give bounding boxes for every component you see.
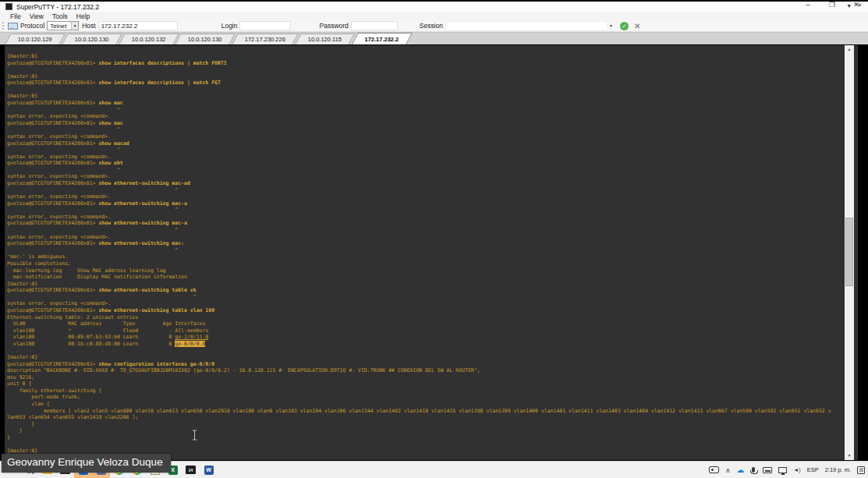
protocol-value: Telnet: [50, 23, 66, 30]
login-label: Login: [221, 22, 238, 30]
word-taskbar-button[interactable]: W: [200, 462, 218, 478]
screen-capture-icon[interactable]: [709, 466, 719, 473]
console-taskbar-button[interactable]: 24: [182, 462, 200, 478]
volume-icon[interactable]: ◄): [793, 467, 800, 473]
watermark-name: Geovanny Enrique Veloza Duque: [2, 454, 171, 473]
tab-label: 172.17.230.226: [245, 36, 285, 43]
quick-connect-toolbar: Protocol Telnet ▼ Host 172.17.232.2 Logi…: [0, 20, 868, 32]
action-center-icon[interactable]: [857, 466, 865, 474]
terminal-output[interactable]: {master:0} gveloza@GTCGTUFINETEX4200x01>…: [7, 53, 831, 462]
host-label: Host: [82, 22, 95, 30]
mouse-cursor-ibeam: [191, 430, 198, 441]
session-content-area: {master:0} gveloza@GTCGTUFINETEX4200x01>…: [0, 44, 868, 461]
system-tray: ∧ ☁ ◄) ESP 2:19 p. m.: [709, 462, 865, 478]
tab-label: 10.0.120.129: [18, 36, 52, 43]
scrollbar-down-arrow[interactable]: ▼: [845, 451, 854, 460]
tab-close-icon[interactable]: ✕: [857, 2, 862, 9]
language-indicator[interactable]: ESP: [807, 466, 819, 473]
menu-bar: FileViewToolsHelp: [0, 12, 868, 20]
scrollbar-thumb[interactable]: [845, 218, 853, 286]
tab-label: 10.0.120.115: [308, 36, 342, 43]
clock[interactable]: 2:19 p. m.: [825, 466, 851, 473]
title-bar: SuperPuTTY - 172.17.232.2: [0, 2, 868, 12]
tab-label: 10.0.120.130: [188, 36, 222, 43]
terminal[interactable]: {master:0} gveloza@GTCGTUFINETEX4200x01>…: [5, 45, 858, 460]
onedrive-cloud-icon[interactable]: ☁: [736, 466, 744, 474]
session-dropdown-icon[interactable]: ▼: [609, 23, 613, 28]
tab-label: 172.17.232.2: [364, 36, 399, 43]
protocol-label: Protocol: [20, 22, 44, 30]
password-input[interactable]: [351, 21, 398, 30]
host-input[interactable]: 172.17.232.2: [98, 21, 178, 30]
maximize-button[interactable]: ❐: [827, 0, 838, 10]
app-icon: [5, 3, 12, 10]
minimize-button[interactable]: –: [802, 0, 813, 10]
session-tab-10.0.120.132[interactable]: 10.0.120.132: [119, 34, 179, 44]
protocol-select[interactable]: Telnet ▼: [47, 21, 79, 30]
tabstrip-controls: ▼ ✕: [846, 2, 862, 9]
clear-fields-button[interactable]: ✕: [634, 22, 640, 30]
session-tab-10.0.120.130[interactable]: 10.0.120.130: [175, 34, 236, 44]
scrollbar-up-arrow[interactable]: ▲: [845, 45, 854, 54]
session-tab-10.0.120.115[interactable]: 10.0.120.115: [296, 34, 356, 44]
session-tab-172.17.232.2[interactable]: 172.17.232.2: [352, 33, 413, 44]
tab-list-dropdown-icon[interactable]: ▼: [846, 3, 852, 9]
tab-label: 10.0.120.130: [75, 36, 109, 43]
session-label: Session: [420, 22, 443, 30]
network-icon[interactable]: [778, 467, 787, 473]
menu-file[interactable]: File: [10, 12, 21, 20]
session-tab-172.17.230.226[interactable]: 172.17.230.226: [232, 34, 299, 44]
menu-view[interactable]: View: [30, 12, 44, 20]
toolbar-grip[interactable]: [2, 22, 4, 30]
hidden-icons-chevron-icon[interactable]: ∧: [725, 466, 730, 474]
word-icon: W: [204, 466, 214, 475]
session-select[interactable]: [445, 21, 608, 30]
chevron-down-icon[interactable]: ▼: [71, 22, 78, 30]
session-tab-10.0.120.129[interactable]: 10.0.120.129: [5, 34, 65, 44]
microphone-icon[interactable]: [752, 467, 755, 473]
menu-tools[interactable]: Tools: [52, 12, 68, 20]
terminal-scrollbar[interactable]: ▲ ▼: [845, 45, 854, 460]
session-tab-strip: 10.0.120.12910.0.120.13010.0.120.13210.0…: [0, 32, 868, 44]
computer-icon: [8, 23, 17, 30]
window-title: SuperPuTTY - 172.17.232.2: [16, 3, 99, 11]
menu-help[interactable]: Help: [76, 12, 90, 20]
password-label: Password: [319, 22, 348, 30]
connect-button[interactable]: ✓: [620, 22, 629, 30]
login-input[interactable]: [239, 21, 291, 30]
tab-label: 10.0.120.132: [131, 36, 165, 43]
touch-keyboard-icon[interactable]: [763, 467, 772, 473]
session-tab-10.0.120.130[interactable]: 10.0.120.130: [62, 34, 122, 44]
console-icon: 24: [186, 466, 196, 474]
